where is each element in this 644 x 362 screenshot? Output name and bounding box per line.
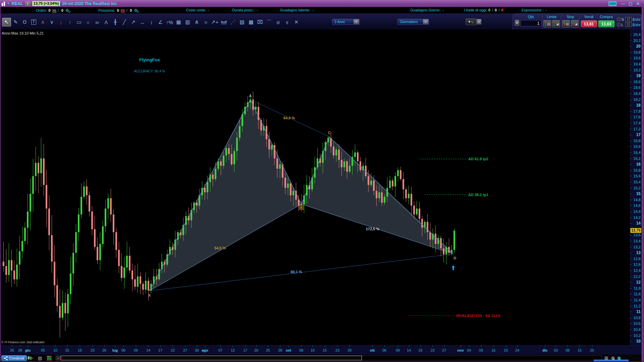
buy-button[interactable]: 13,63 bbox=[598, 20, 614, 27]
account-name[interactable]: REAL bbox=[12, 1, 23, 6]
orders-settings-gear-icon[interactable]: ⚙ bbox=[65, 8, 69, 13]
trendline-tool[interactable]: ╱ bbox=[120, 18, 129, 26]
price-axis-tick bbox=[630, 123, 631, 123]
date-axis-label: 04 bbox=[467, 348, 471, 352]
stop-order-button-1[interactable]: ▲▼▤ bbox=[562, 20, 570, 27]
maximize-button[interactable]: ▢ bbox=[628, 1, 633, 6]
price-axis-label: 18 bbox=[636, 103, 641, 107]
stop-preset-checkbox[interactable] bbox=[617, 17, 621, 21]
candle bbox=[201, 188, 203, 195]
chevron-down-icon[interactable]: ▼ bbox=[423, 19, 428, 24]
scrollbar-track[interactable] bbox=[60, 356, 602, 360]
chevron-down-icon[interactable]: ▼ bbox=[354, 19, 359, 24]
ray-tool[interactable]: ↗ bbox=[129, 18, 138, 26]
sigma-channel-tool[interactable]: σ bbox=[274, 18, 283, 26]
limit-preset-value[interactable]: 10 bbox=[625, 22, 632, 27]
info-button[interactable]: i bbox=[25, 1, 30, 6]
trade-settings-wrench-icon[interactable]: ⚒ bbox=[515, 20, 519, 26]
delete-drawings-tool[interactable]: ⌧ bbox=[256, 18, 265, 26]
zoom-in-icon[interactable]: + bbox=[618, 357, 621, 360]
sell-button[interactable]: 13,61 bbox=[581, 20, 597, 27]
close-position-icon[interactable]: ✕ bbox=[121, 9, 125, 13]
price-axis-label: 14 bbox=[636, 221, 641, 225]
timeframe-select[interactable]: Giornaliero ▼ bbox=[397, 19, 429, 25]
text-tool[interactable]: T bbox=[29, 18, 38, 26]
stop-order-button-2[interactable]: ▲▼◪ bbox=[571, 20, 579, 27]
quantity-input[interactable]: 1 bbox=[521, 20, 541, 26]
share-button[interactable]: Condividi bbox=[1, 355, 27, 361]
price-axis-tick bbox=[630, 205, 631, 206]
candle bbox=[284, 178, 286, 188]
limit-order-button-1[interactable]: ▼▲▤ bbox=[543, 20, 551, 27]
price-axis-label: 14,2 bbox=[634, 216, 641, 220]
gann-grid-tool[interactable]: ▨ bbox=[237, 18, 247, 26]
candle bbox=[3, 262, 4, 266]
notes-icon[interactable]: ▤ bbox=[38, 355, 42, 361]
drawing-icon: ✎ bbox=[13, 19, 18, 25]
scroll-left-button[interactable]: ◂ bbox=[56, 356, 60, 360]
fibonacci-expansion-tool[interactable]: ▥ bbox=[183, 18, 192, 26]
grid-tool[interactable]: ▩ bbox=[247, 18, 256, 26]
keyboard-icon[interactable] bbox=[608, 1, 616, 6]
chart-area: 64,9 %54,5 %172,5 %80,1 %XABCDAD 61.8 tp… bbox=[1, 29, 630, 345]
pitchfork-tool[interactable]: ⋔ bbox=[192, 18, 201, 26]
lasso-tool[interactable]: ∞ bbox=[93, 18, 102, 26]
candle bbox=[429, 232, 431, 240]
price-axis-label: 17,4 bbox=[634, 121, 641, 125]
percent-change-tool[interactable]: ↑% bbox=[165, 18, 174, 26]
level-label-2: INVALIDATION : XA 113.0 bbox=[456, 314, 500, 318]
candle bbox=[21, 241, 23, 251]
period-select[interactable]: 2 Anni ▼ bbox=[332, 19, 360, 25]
angle-tool[interactable]: ∠ bbox=[156, 18, 165, 26]
fibonacci-retracement-tool[interactable]: ▦ bbox=[174, 18, 183, 26]
trend-channel-tool[interactable]: ↗+ bbox=[210, 18, 219, 26]
date-axis-label: 09 bbox=[479, 348, 483, 352]
sell-marker-tool[interactable]: ↓ bbox=[56, 18, 65, 26]
limit-preset-checkbox[interactable] bbox=[617, 23, 621, 26]
add-indicator-dropdown-arrow[interactable]: ▼ bbox=[477, 19, 481, 24]
minimize-button[interactable]: — bbox=[621, 1, 626, 6]
price-axis[interactable]: 20,420,22019,819,619,419,21918,818,618,4… bbox=[630, 29, 642, 345]
remove-line-tool[interactable]: ✕ bbox=[292, 18, 301, 26]
bullish-pattern-tool[interactable]: ∧ bbox=[38, 18, 47, 26]
date-axis[interactable]: 2628giu051015182326lug06091417222730ago0… bbox=[1, 345, 642, 355]
stop-preset-value[interactable]: 10 bbox=[625, 17, 632, 21]
speed-fan-tool[interactable]: ⋰ bbox=[228, 18, 237, 26]
elliott-wave-tool[interactable]: ≈ bbox=[201, 18, 210, 26]
price-axis-label: 16,6 bbox=[634, 144, 641, 148]
vertical-segment-tool[interactable]: ↕ bbox=[147, 18, 156, 26]
position-settings-gear-icon[interactable]: ⚙ bbox=[134, 8, 138, 13]
order-book-icon[interactable] bbox=[47, 355, 52, 361]
ellipse-tool[interactable]: ○ bbox=[84, 18, 93, 26]
drawing-tool[interactable]: ✎ bbox=[11, 18, 20, 26]
rectangle-tool[interactable]: ▭ bbox=[74, 18, 84, 26]
horizontal-segment-tool[interactable]: ↔ bbox=[138, 18, 147, 26]
arc-tool[interactable]: ⌒ bbox=[265, 18, 274, 26]
close-button[interactable]: ✕ bbox=[635, 1, 641, 6]
fibonacci-retracement-icon: ▦ bbox=[176, 19, 181, 25]
timeframe-select-value: Giornaliero bbox=[400, 20, 418, 24]
date-axis-label: 10 bbox=[311, 348, 315, 352]
candle bbox=[408, 194, 410, 198]
zoom-out-icon[interactable]: − bbox=[611, 357, 614, 360]
candle bbox=[338, 149, 340, 160]
chart-canvas[interactable]: 64,9 %54,5 %172,5 %80,1 %XABCDAD 61.8 tp… bbox=[1, 29, 630, 345]
buy-marker-tool[interactable]: ↑ bbox=[65, 18, 74, 26]
date-axis-label: 09 bbox=[134, 348, 138, 352]
add-indicator-button[interactable]: + ∿ bbox=[466, 18, 476, 25]
triangle-tool[interactable]: Λ bbox=[102, 18, 111, 26]
pattern-point-b: B bbox=[300, 205, 303, 209]
price-axis-tick bbox=[630, 318, 631, 318]
account-dropdown-caret-icon[interactable]: ▼ bbox=[7, 2, 10, 5]
scrollbar-thumb[interactable] bbox=[61, 356, 362, 360]
bearish-pattern-tool[interactable]: ∨ bbox=[47, 18, 56, 26]
pattern-screener-icon[interactable]: 8▼ bbox=[28, 355, 34, 361]
limit-order-button-2[interactable]: ▼▲◪ bbox=[552, 20, 560, 27]
cancel-orders-icon[interactable]: ✕ bbox=[52, 9, 56, 13]
raff-channel-tool[interactable]: Raff bbox=[219, 18, 228, 26]
alert-bell-tool[interactable]: Ω bbox=[20, 18, 29, 26]
vertical-line-tool[interactable]: ╂ bbox=[111, 18, 120, 26]
cursor-tool[interactable]: ↖ bbox=[2, 18, 11, 26]
epsilon-channel-tool[interactable]: ε bbox=[283, 18, 292, 26]
date-axis-month-label: lug bbox=[112, 348, 118, 352]
